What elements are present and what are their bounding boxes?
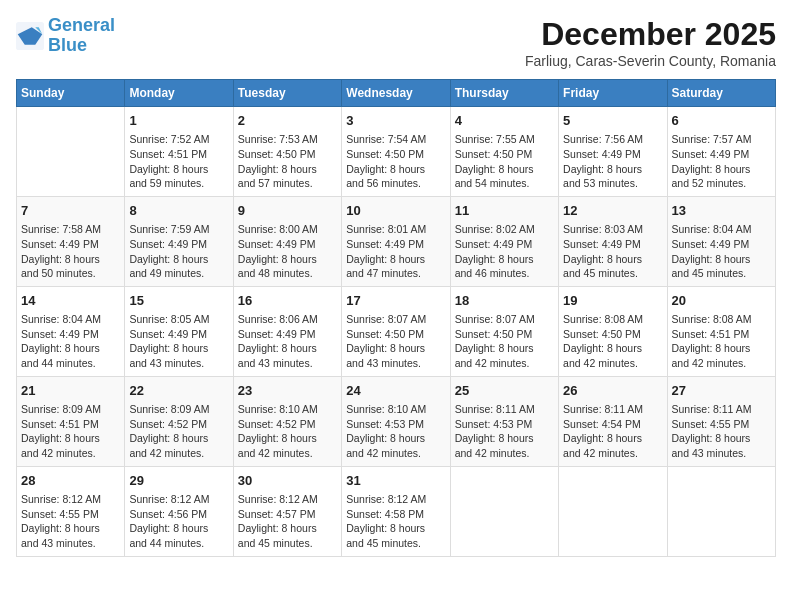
day-number: 16 <box>238 292 337 310</box>
page-header: General Blue December 2025 Farliug, Cara… <box>16 16 776 69</box>
day-info: Sunrise: 8:02 AMSunset: 4:49 PMDaylight:… <box>455 222 554 281</box>
day-number: 3 <box>346 112 445 130</box>
day-cell: 14Sunrise: 8:04 AMSunset: 4:49 PMDayligh… <box>17 286 125 376</box>
day-number: 1 <box>129 112 228 130</box>
day-info: Sunrise: 8:10 AMSunset: 4:52 PMDaylight:… <box>238 402 337 461</box>
day-number: 5 <box>563 112 662 130</box>
day-cell: 6Sunrise: 7:57 AMSunset: 4:49 PMDaylight… <box>667 107 775 197</box>
day-cell: 2Sunrise: 7:53 AMSunset: 4:50 PMDaylight… <box>233 107 341 197</box>
day-number: 19 <box>563 292 662 310</box>
day-cell <box>450 466 558 556</box>
day-info: Sunrise: 8:08 AMSunset: 4:50 PMDaylight:… <box>563 312 662 371</box>
day-number: 25 <box>455 382 554 400</box>
day-cell: 20Sunrise: 8:08 AMSunset: 4:51 PMDayligh… <box>667 286 775 376</box>
day-number: 27 <box>672 382 771 400</box>
day-header-friday: Friday <box>559 80 667 107</box>
day-header-wednesday: Wednesday <box>342 80 450 107</box>
day-number: 31 <box>346 472 445 490</box>
day-cell <box>17 107 125 197</box>
day-number: 11 <box>455 202 554 220</box>
day-cell: 11Sunrise: 8:02 AMSunset: 4:49 PMDayligh… <box>450 196 558 286</box>
day-cell: 28Sunrise: 8:12 AMSunset: 4:55 PMDayligh… <box>17 466 125 556</box>
day-header-thursday: Thursday <box>450 80 558 107</box>
day-cell: 10Sunrise: 8:01 AMSunset: 4:49 PMDayligh… <box>342 196 450 286</box>
day-info: Sunrise: 8:07 AMSunset: 4:50 PMDaylight:… <box>455 312 554 371</box>
day-number: 21 <box>21 382 120 400</box>
day-number: 4 <box>455 112 554 130</box>
day-cell: 18Sunrise: 8:07 AMSunset: 4:50 PMDayligh… <box>450 286 558 376</box>
day-number: 29 <box>129 472 228 490</box>
day-info: Sunrise: 8:00 AMSunset: 4:49 PMDaylight:… <box>238 222 337 281</box>
day-number: 13 <box>672 202 771 220</box>
day-cell <box>667 466 775 556</box>
day-number: 23 <box>238 382 337 400</box>
day-number: 22 <box>129 382 228 400</box>
day-info: Sunrise: 7:53 AMSunset: 4:50 PMDaylight:… <box>238 132 337 191</box>
week-row-5: 28Sunrise: 8:12 AMSunset: 4:55 PMDayligh… <box>17 466 776 556</box>
logo: General Blue <box>16 16 115 56</box>
day-info: Sunrise: 8:06 AMSunset: 4:49 PMDaylight:… <box>238 312 337 371</box>
day-cell: 19Sunrise: 8:08 AMSunset: 4:50 PMDayligh… <box>559 286 667 376</box>
day-cell: 9Sunrise: 8:00 AMSunset: 4:49 PMDaylight… <box>233 196 341 286</box>
logo-icon <box>16 22 44 50</box>
page-title: December 2025 <box>525 16 776 53</box>
day-info: Sunrise: 8:08 AMSunset: 4:51 PMDaylight:… <box>672 312 771 371</box>
day-number: 8 <box>129 202 228 220</box>
day-info: Sunrise: 8:12 AMSunset: 4:57 PMDaylight:… <box>238 492 337 551</box>
day-info: Sunrise: 7:58 AMSunset: 4:49 PMDaylight:… <box>21 222 120 281</box>
day-cell: 23Sunrise: 8:10 AMSunset: 4:52 PMDayligh… <box>233 376 341 466</box>
day-number: 18 <box>455 292 554 310</box>
day-cell: 21Sunrise: 8:09 AMSunset: 4:51 PMDayligh… <box>17 376 125 466</box>
day-number: 15 <box>129 292 228 310</box>
day-cell <box>559 466 667 556</box>
calendar-header: SundayMondayTuesdayWednesdayThursdayFrid… <box>17 80 776 107</box>
day-info: Sunrise: 8:12 AMSunset: 4:55 PMDaylight:… <box>21 492 120 551</box>
day-header-tuesday: Tuesday <box>233 80 341 107</box>
day-cell: 1Sunrise: 7:52 AMSunset: 4:51 PMDaylight… <box>125 107 233 197</box>
day-cell: 30Sunrise: 8:12 AMSunset: 4:57 PMDayligh… <box>233 466 341 556</box>
day-cell: 4Sunrise: 7:55 AMSunset: 4:50 PMDaylight… <box>450 107 558 197</box>
day-number: 10 <box>346 202 445 220</box>
day-info: Sunrise: 8:09 AMSunset: 4:51 PMDaylight:… <box>21 402 120 461</box>
day-number: 6 <box>672 112 771 130</box>
day-number: 26 <box>563 382 662 400</box>
day-info: Sunrise: 8:09 AMSunset: 4:52 PMDaylight:… <box>129 402 228 461</box>
day-cell: 31Sunrise: 8:12 AMSunset: 4:58 PMDayligh… <box>342 466 450 556</box>
day-info: Sunrise: 8:04 AMSunset: 4:49 PMDaylight:… <box>672 222 771 281</box>
day-info: Sunrise: 8:05 AMSunset: 4:49 PMDaylight:… <box>129 312 228 371</box>
day-cell: 16Sunrise: 8:06 AMSunset: 4:49 PMDayligh… <box>233 286 341 376</box>
day-info: Sunrise: 8:03 AMSunset: 4:49 PMDaylight:… <box>563 222 662 281</box>
day-cell: 26Sunrise: 8:11 AMSunset: 4:54 PMDayligh… <box>559 376 667 466</box>
day-number: 7 <box>21 202 120 220</box>
day-number: 30 <box>238 472 337 490</box>
day-info: Sunrise: 7:57 AMSunset: 4:49 PMDaylight:… <box>672 132 771 191</box>
day-info: Sunrise: 8:10 AMSunset: 4:53 PMDaylight:… <box>346 402 445 461</box>
week-row-2: 7Sunrise: 7:58 AMSunset: 4:49 PMDaylight… <box>17 196 776 286</box>
day-number: 17 <box>346 292 445 310</box>
day-info: Sunrise: 8:12 AMSunset: 4:58 PMDaylight:… <box>346 492 445 551</box>
day-header-sunday: Sunday <box>17 80 125 107</box>
day-number: 2 <box>238 112 337 130</box>
week-row-3: 14Sunrise: 8:04 AMSunset: 4:49 PMDayligh… <box>17 286 776 376</box>
day-number: 24 <box>346 382 445 400</box>
title-block: December 2025 Farliug, Caras-Severin Cou… <box>525 16 776 69</box>
day-cell: 5Sunrise: 7:56 AMSunset: 4:49 PMDaylight… <box>559 107 667 197</box>
day-cell: 22Sunrise: 8:09 AMSunset: 4:52 PMDayligh… <box>125 376 233 466</box>
day-number: 20 <box>672 292 771 310</box>
day-info: Sunrise: 8:01 AMSunset: 4:49 PMDaylight:… <box>346 222 445 281</box>
day-info: Sunrise: 8:11 AMSunset: 4:55 PMDaylight:… <box>672 402 771 461</box>
day-info: Sunrise: 7:55 AMSunset: 4:50 PMDaylight:… <box>455 132 554 191</box>
day-header-monday: Monday <box>125 80 233 107</box>
day-cell: 27Sunrise: 8:11 AMSunset: 4:55 PMDayligh… <box>667 376 775 466</box>
day-info: Sunrise: 7:54 AMSunset: 4:50 PMDaylight:… <box>346 132 445 191</box>
day-number: 9 <box>238 202 337 220</box>
day-number: 12 <box>563 202 662 220</box>
day-info: Sunrise: 7:56 AMSunset: 4:49 PMDaylight:… <box>563 132 662 191</box>
page-subtitle: Farliug, Caras-Severin County, Romania <box>525 53 776 69</box>
day-cell: 3Sunrise: 7:54 AMSunset: 4:50 PMDaylight… <box>342 107 450 197</box>
day-info: Sunrise: 8:11 AMSunset: 4:53 PMDaylight:… <box>455 402 554 461</box>
day-cell: 25Sunrise: 8:11 AMSunset: 4:53 PMDayligh… <box>450 376 558 466</box>
week-row-4: 21Sunrise: 8:09 AMSunset: 4:51 PMDayligh… <box>17 376 776 466</box>
day-info: Sunrise: 8:07 AMSunset: 4:50 PMDaylight:… <box>346 312 445 371</box>
day-cell: 15Sunrise: 8:05 AMSunset: 4:49 PMDayligh… <box>125 286 233 376</box>
